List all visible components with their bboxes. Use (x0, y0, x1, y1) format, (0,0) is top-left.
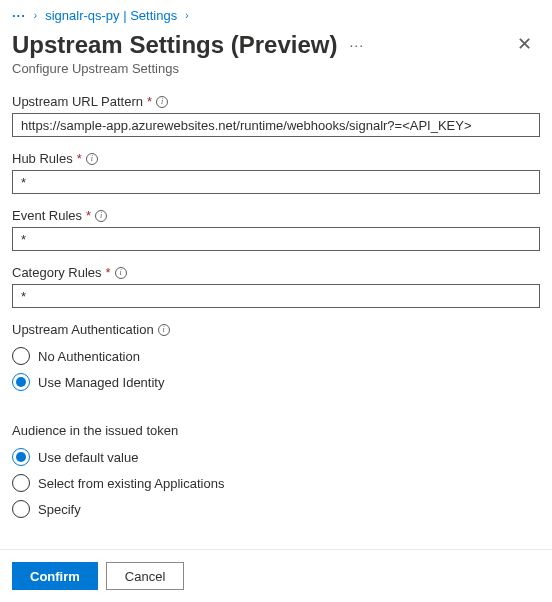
field-label: Event Rules (12, 208, 82, 223)
field-label: Audience in the issued token (12, 423, 178, 438)
field-audience: Audience in the issued token Use default… (12, 423, 540, 522)
breadcrumb-ellipsis[interactable]: ··· (12, 8, 26, 23)
breadcrumb: ··· › signalr-qs-py | Settings › (0, 0, 552, 27)
info-icon[interactable]: i (115, 267, 127, 279)
form: Upstream URL Pattern * i Hub Rules * i E… (0, 94, 552, 522)
more-actions-icon[interactable]: ··· (349, 37, 364, 53)
radio-icon (12, 448, 30, 466)
required-indicator: * (147, 94, 152, 109)
event-rules-input[interactable] (12, 227, 540, 251)
footer: Confirm Cancel (0, 549, 552, 602)
radio-label: Select from existing Applications (38, 476, 224, 491)
field-hub-rules: Hub Rules * i (12, 151, 540, 194)
close-icon[interactable]: ✕ (509, 31, 540, 57)
page-title: Upstream Settings (Preview) (12, 31, 337, 59)
radio-label: Specify (38, 502, 81, 517)
hub-rules-input[interactable] (12, 170, 540, 194)
info-icon[interactable]: i (158, 324, 170, 336)
field-label: Upstream URL Pattern (12, 94, 143, 109)
category-rules-input[interactable] (12, 284, 540, 308)
radio-select-existing-applications[interactable]: Select from existing Applications (12, 470, 540, 496)
info-icon[interactable]: i (156, 96, 168, 108)
field-upstream-authentication: Upstream Authentication i No Authenticat… (12, 322, 540, 395)
field-label: Hub Rules (12, 151, 73, 166)
radio-label: Use Managed Identity (38, 375, 164, 390)
radio-use-default-value[interactable]: Use default value (12, 444, 540, 470)
radio-icon (12, 373, 30, 391)
audience-radio-group: Use default value Select from existing A… (12, 444, 540, 522)
auth-radio-group: No Authentication Use Managed Identity (12, 343, 540, 395)
info-icon[interactable]: i (95, 210, 107, 222)
radio-specify[interactable]: Specify (12, 496, 540, 522)
field-category-rules: Category Rules * i (12, 265, 540, 308)
field-event-rules: Event Rules * i (12, 208, 540, 251)
field-label: Category Rules (12, 265, 102, 280)
radio-icon (12, 347, 30, 365)
upstream-url-input[interactable] (12, 113, 540, 137)
confirm-button[interactable]: Confirm (12, 562, 98, 590)
radio-label: No Authentication (38, 349, 140, 364)
radio-icon (12, 500, 30, 518)
panel-header: Upstream Settings (Preview) ··· ✕ (0, 27, 552, 59)
radio-icon (12, 474, 30, 492)
required-indicator: * (106, 265, 111, 280)
chevron-right-icon: › (34, 10, 37, 21)
info-icon[interactable]: i (86, 153, 98, 165)
required-indicator: * (86, 208, 91, 223)
radio-use-managed-identity[interactable]: Use Managed Identity (12, 369, 540, 395)
cancel-button[interactable]: Cancel (106, 562, 184, 590)
page-subtitle: Configure Upstream Settings (0, 59, 552, 94)
radio-no-authentication[interactable]: No Authentication (12, 343, 540, 369)
chevron-right-icon: › (185, 10, 188, 21)
radio-label: Use default value (38, 450, 138, 465)
required-indicator: * (77, 151, 82, 166)
field-upstream-url-pattern: Upstream URL Pattern * i (12, 94, 540, 137)
breadcrumb-link-settings[interactable]: signalr-qs-py | Settings (45, 8, 177, 23)
field-label: Upstream Authentication (12, 322, 154, 337)
